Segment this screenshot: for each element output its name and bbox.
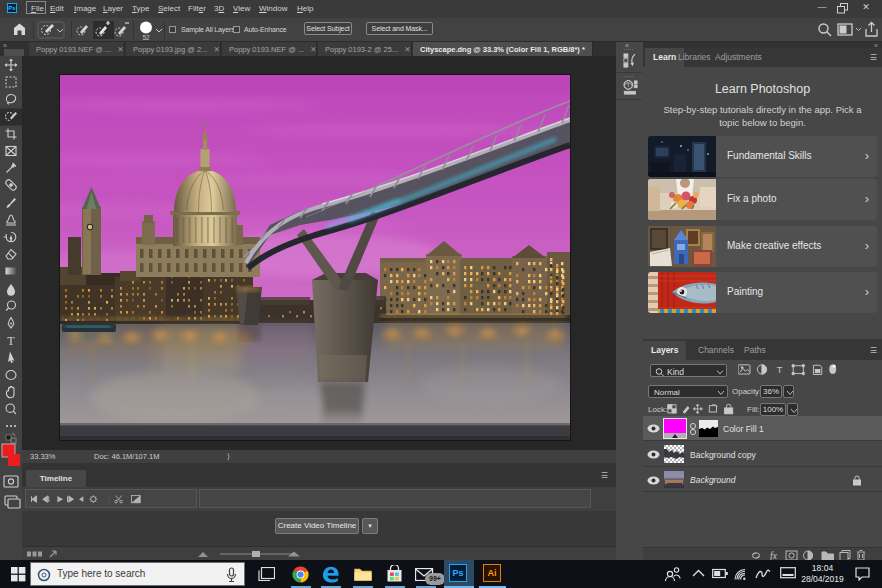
svg-text:T: T [777,365,783,375]
svg-text:T: T [7,334,15,348]
svg-text:Kind: Kind [667,367,684,377]
svg-text:52: 52 [142,34,150,41]
